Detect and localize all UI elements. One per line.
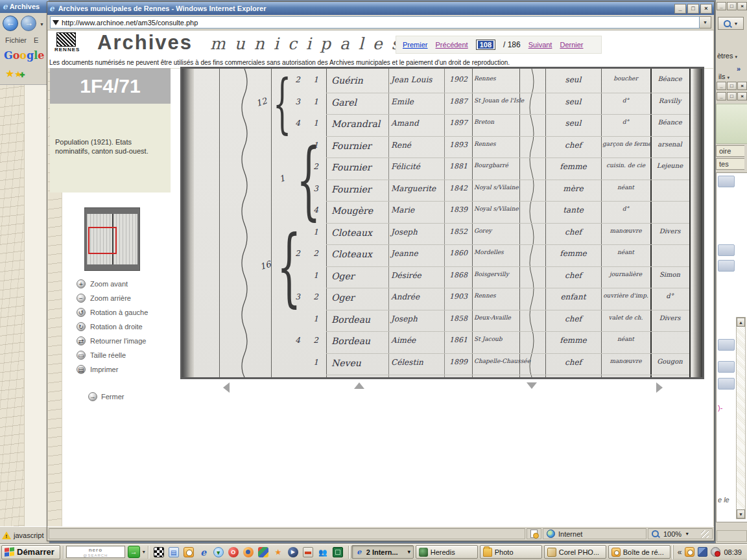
panel-button[interactable] [718,176,735,187]
quicklaunch-internet-explorer-icon[interactable]: e [198,547,209,557]
minimize-button[interactable]: _ [717,2,726,10]
page-number-input[interactable]: 108 [476,40,495,50]
previous-page-link[interactable]: Précédent [436,41,468,49]
link-fragment[interactable]: )- [718,404,722,412]
scrollbar[interactable]: ▲ ▼ [736,317,746,519]
panel-button[interactable] [718,361,735,373]
scroll-down-button[interactable]: ▼ [737,509,745,519]
back-button[interactable]: ← [3,16,18,31]
pan-down-arrow[interactable] [527,382,537,389]
nero-search-go-button[interactable]: → [128,546,140,558]
maximize-button[interactable]: □ [687,4,699,14]
forward-button[interactable]: → [21,16,36,31]
zoom-dropdown-icon[interactable]: ▼ [685,531,689,536]
pan-left-arrow[interactable] [223,382,230,393]
taskbar-window-heredis[interactable]: Heredis [416,545,478,559]
tray-antivirus-icon[interactable] [711,547,720,557]
taskbar-window-inbox[interactable]: Boîte de ré... [608,545,670,559]
tool-label: Rotation à droite [90,323,143,331]
census-row: 21GuérinJean Louis1902RennesseulboucherB… [182,71,702,93]
start-button[interactable]: Démarrer [1,545,60,559]
pan-right-arrow[interactable] [656,382,663,393]
quicklaunch-firefox-icon[interactable] [243,547,254,557]
add-favorite-plus-icon[interactable]: ✚ [19,71,25,78]
census-surname: Bordeau [331,314,387,325]
last-page-link[interactable]: Dernier [560,41,583,49]
quicklaunch-alarm-clock-icon[interactable] [184,547,194,557]
panel-button[interactable] [718,339,735,351]
tab-fragment-1[interactable]: oire [716,145,744,157]
tray-network-icon[interactable] [698,547,707,557]
tools-menu-fragment[interactable]: ils [718,73,725,80]
tray-chevron[interactable]: « [678,548,682,557]
nero-search-input[interactable]: nero @SEARCH [66,546,125,558]
minimize-button[interactable]: _ [717,82,726,90]
quicklaunch-printer-icon[interactable] [303,547,313,557]
parameters-menu-fragment[interactable]: ètres [717,52,733,60]
resize-grip[interactable] [701,530,709,538]
address-input[interactable]: http://www.archinoe.net/am35/consulte.ph… [50,16,700,29]
address-dropdown-button[interactable]: ▼ [700,16,711,29]
census-relation: chef [547,358,600,367]
census-b: 2 [308,336,324,345]
tool-zoom-out-button[interactable]: −Zoom arrière [77,291,148,305]
tool-zoom-in-button[interactable]: +Zoom avant [77,277,148,291]
census-firstname: Joseph [391,314,443,323]
census-relation: enfant [547,292,600,301]
panel-button[interactable] [718,244,735,256]
census-employer: d° [652,292,688,299]
close-viewer-button[interactable]: → Fermer [88,392,124,401]
tray-clock-icon[interactable] [685,547,694,557]
navigation-thumbnail[interactable] [84,207,140,271]
quicklaunch-media-player-icon[interactable]: ▶ [288,547,298,557]
first-page-link[interactable]: Premier [403,41,428,49]
scroll-up-button[interactable]: ▲ [737,318,745,327]
panel-button[interactable] [718,378,735,390]
document-viewer[interactable]: 21GuérinJean Louis1902RennesseulboucherB… [180,67,704,379]
quicklaunch-spark-icon[interactable]: ★ [273,547,283,557]
toolbar-overflow-chevron[interactable]: » [737,65,741,73]
nero-dropdown-icon[interactable]: ▾ [143,549,145,555]
census-relation: femme [547,162,600,171]
close-button[interactable]: × [700,4,712,14]
tool-rotate-left-button[interactable]: ↺Rotation à gauche [77,305,148,320]
maximize-button[interactable]: □ [727,82,737,90]
census-firstname: Joseph [391,228,443,237]
taskbar-window-corel-photopaint[interactable]: Corel PHO... [544,545,606,559]
close-button[interactable]: × [737,2,747,10]
quicklaunch-download-cloud-icon[interactable]: ▼ [213,547,224,557]
taskbar-window-internet-explorer-group[interactable]: e2 Intern...▾ [351,545,414,559]
tool-flip-image-button[interactable]: ⇄Retourner l'image [77,334,148,348]
census-surname: Fournier [331,141,387,151]
search-button[interactable]: ▼ [718,17,744,30]
tab-fragment-2[interactable]: tes [716,158,744,170]
quicklaunch-photofiltre-icon[interactable] [333,547,343,557]
tool-actual-size-button[interactable]: ▭Taille réelle [77,348,148,362]
taskbar-window-photo-folder[interactable]: Photo [480,545,542,559]
favorites-star-icon[interactable]: ★ [5,68,14,79]
panel-button[interactable] [718,260,735,272]
quicklaunch-movie-maker-icon[interactable]: ▤ [169,547,179,557]
quicklaunch-opera-icon[interactable]: O [228,547,239,557]
close-button[interactable]: × [737,82,747,90]
pan-up-arrow[interactable] [354,382,364,389]
minimize-button[interactable]: _ [674,4,686,14]
titlebar[interactable]: e Archives municipales de Rennes - Windo… [47,2,714,15]
address-bar: http://www.archinoe.net/am35/consulte.ph… [47,15,714,30]
quicklaunch-picasa-icon[interactable] [258,547,268,557]
background-window-titlebar[interactable]: eArchives [0,0,49,13]
quicklaunch-messenger-icon[interactable]: 👥 [318,547,328,557]
menu-edit-partial[interactable]: E [34,36,38,44]
minimize-button[interactable]: _ [717,92,726,100]
zoom-segment[interactable]: 100% ▼ [648,528,713,539]
restore-button[interactable]: □ [727,2,737,10]
next-page-link[interactable]: Suivant [528,41,552,49]
tool-rotate-right-button[interactable]: ↻Rotation à droite [77,320,148,334]
thumbnail-viewport-rectangle[interactable] [88,227,117,254]
nav-dropdown-icon[interactable]: ▼ [40,22,44,27]
menu-file[interactable]: Fichier [5,36,27,44]
tool-print-button[interactable]: ▤Imprimer [77,362,148,377]
restore-button[interactable]: □ [727,92,737,100]
close-button[interactable]: × [737,92,747,100]
quicklaunch-show-desktop-icon[interactable] [154,547,164,557]
